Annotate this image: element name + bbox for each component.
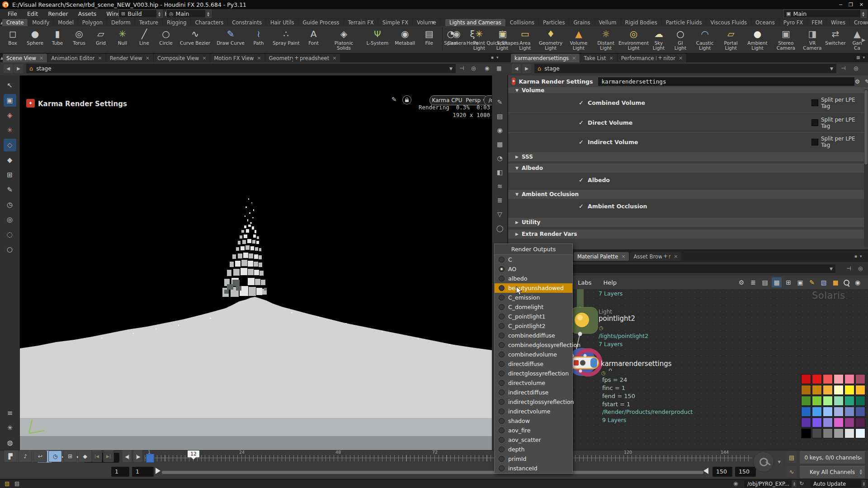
add-pane-tab-button[interactable]: + — [662, 252, 669, 261]
render-output-option[interactable]: combinedglossyreflection — [495, 340, 572, 350]
network-toolbar-icon[interactable]: ⊞ — [783, 277, 793, 287]
viewport-tool-button[interactable]: ≡ — [4, 407, 16, 419]
shelf-overflow-icon[interactable]: ▶ — [862, 37, 865, 43]
scrollbar[interactable] — [864, 89, 868, 247]
render-output-option[interactable]: AO — [495, 264, 572, 274]
frame-step-button[interactable]: |▶ — [133, 450, 143, 463]
render-output-option[interactable]: shadow — [495, 416, 572, 426]
desktop-build-selector[interactable]: ⊞ Build ▲▼ — [118, 9, 163, 18]
close-tab-icon[interactable]: × — [621, 253, 625, 259]
pane-split-icon[interactable]: ▪ — [491, 55, 494, 60]
viewport-tool-button[interactable]: ◷ — [4, 198, 16, 211]
render-output-option[interactable]: depth — [495, 445, 572, 454]
render-viewport[interactable]: ✦ Karma Render Settings ✎ Karma CPU Pers… — [20, 75, 492, 450]
section-volume[interactable]: ▼ Volume — [508, 87, 868, 93]
section-ambient-occlusion[interactable]: ▼ Ambient Occlusion — [508, 190, 868, 199]
shelf-tool[interactable]: ▱ Portal Light — [718, 27, 743, 52]
shelf-tool[interactable]: ▣ Stereo Camera — [772, 27, 800, 52]
shelf-tool[interactable]: ∴ Spray Paint — [269, 27, 303, 47]
palette-swatch[interactable] — [844, 407, 854, 417]
shelf-tool[interactable]: ● Sphere — [24, 27, 47, 47]
palette-swatch[interactable] — [844, 418, 854, 427]
shelf-tool[interactable]: ▤ File — [418, 27, 440, 47]
playbar-option-button[interactable]: ↩ — [33, 450, 47, 462]
add-pane-tab-button[interactable]: + — [656, 54, 664, 62]
shelf-tool[interactable]: ◉ Camera — [446, 27, 467, 47]
menu-item[interactable]: Assets — [74, 9, 101, 18]
pane-tab[interactable]: Motion FX View × — [210, 54, 264, 62]
shelf-tool[interactable]: ◠ Caustic Light — [691, 27, 718, 52]
back-button[interactable]: ◀ — [4, 64, 13, 73]
close-tab-icon[interactable]: × — [146, 55, 150, 61]
shelf-tool[interactable]: ▮ Tube — [47, 27, 68, 47]
palette-swatch[interactable] — [855, 385, 865, 395]
chevron-down-icon[interactable]: ▼ — [830, 66, 833, 71]
shelf-tool[interactable]: ✎ Draw Curve — [213, 27, 248, 47]
shelf-tool[interactable]: ⇄ Switcher — [825, 27, 846, 47]
palette-swatch[interactable] — [812, 418, 822, 427]
shelf-tool[interactable]: ♦ Geometry Light — [537, 27, 565, 52]
menu-item[interactable]: Edit — [23, 9, 42, 18]
follow-icon[interactable]: ◎ — [854, 65, 858, 71]
shelf-tab[interactable]: Oceans — [751, 19, 779, 27]
back-button[interactable]: ◀ — [512, 64, 521, 73]
range-start-field[interactable]: 1 — [111, 467, 129, 477]
viewport-display-button[interactable]: ≋ — [495, 181, 505, 192]
shelf-tab[interactable]: Volume — [413, 19, 440, 27]
viewport-tool-button[interactable]: ◈ — [4, 109, 16, 122]
current-frame-marker[interactable]: 12 — [188, 450, 199, 457]
follow-icon[interactable]: ◎ — [471, 65, 476, 71]
shelf-tab[interactable]: Viscous Fluids — [706, 19, 751, 27]
spinner-icon[interactable]: ▲▼ — [792, 480, 797, 488]
palette-swatch[interactable] — [823, 385, 833, 395]
pane-menu-icon[interactable]: ▾ — [863, 55, 865, 60]
palette-swatch[interactable] — [844, 396, 854, 406]
chevron-down-icon[interactable]: ▼ — [449, 66, 453, 71]
shelf-tab[interactable]: Hair Utils — [266, 19, 298, 27]
close-tab-icon[interactable]: × — [98, 55, 102, 61]
render-output-option[interactable]: C — [495, 255, 572, 264]
follow-icon[interactable]: ◎ — [858, 265, 863, 272]
palette-swatch[interactable] — [812, 385, 822, 395]
menu-item[interactable]: Render — [44, 9, 72, 18]
grid-icon[interactable]: ▦ — [496, 65, 501, 71]
shelf-tool[interactable]: A Font — [303, 27, 325, 47]
pane-tab[interactable]: karmarendersettings × — [511, 54, 580, 62]
playbar-option-button[interactable]: ▛ — [4, 450, 17, 462]
split-lpe-checkbox[interactable] — [811, 99, 818, 106]
shelf-tab[interactable]: Rigid Bodies — [621, 19, 661, 27]
close-tab-icon[interactable]: × — [674, 253, 678, 259]
left-path-field[interactable]: ⌂ stage ▼ — [26, 64, 456, 73]
palette-swatch[interactable] — [834, 396, 844, 406]
shelf-tool[interactable]: ≀ Path — [248, 27, 269, 47]
section-extra-render-vars[interactable]: ▶ Extra Render Vars — [508, 230, 868, 239]
render-output-option[interactable]: combinedvolume — [495, 350, 572, 359]
network-toolbar-icon[interactable]: ⚙ — [736, 277, 746, 287]
shelf-tool[interactable]: ∿ Curve Bezier — [177, 27, 213, 47]
render-output-option[interactable]: indirectglossyreflection — [495, 397, 572, 407]
pane-tab[interactable]: Animation Editor × — [47, 54, 106, 62]
viewport-tool-button[interactable]: ▣ — [4, 94, 16, 107]
spinner-icon[interactable]: ▲▼ — [860, 10, 866, 18]
playbar-option-button[interactable]: ♪ — [19, 450, 32, 462]
viewport-tool-button[interactable]: ⊞ — [4, 169, 16, 181]
playback-range-start-marker[interactable] — [146, 454, 154, 462]
shelf-tab[interactable]: Particle Fluids — [662, 19, 706, 27]
shelf-tool[interactable]: ● Ambient Light — [743, 27, 772, 52]
network-toolbar-icon[interactable]: ■ — [830, 277, 840, 287]
file-icon[interactable]: ▨ — [5, 480, 9, 487]
palette-swatch[interactable] — [801, 396, 811, 406]
shelf-tab[interactable]: Simple FX — [378, 19, 412, 27]
section-utility[interactable]: ▶ Utility — [508, 218, 868, 227]
palette-swatch[interactable] — [823, 407, 833, 417]
range-slider-track[interactable] — [162, 471, 703, 474]
pane-tab[interactable]: Geometry Spreadsheet × — [265, 54, 340, 62]
shelf-tool[interactable]: ▱ Grid — [90, 27, 112, 47]
viewport-tool-button[interactable]: ◎ — [4, 213, 16, 226]
playbar-option-button[interactable]: ◷ — [48, 450, 62, 462]
menu-item[interactable]: Labs — [578, 279, 591, 286]
viewport-tool-button[interactable]: ↖ — [4, 79, 16, 92]
palette-swatch[interactable] — [844, 385, 854, 395]
close-button[interactable]: ✕ — [859, 2, 863, 8]
render-output-option[interactable]: aov_scatter — [495, 435, 572, 445]
